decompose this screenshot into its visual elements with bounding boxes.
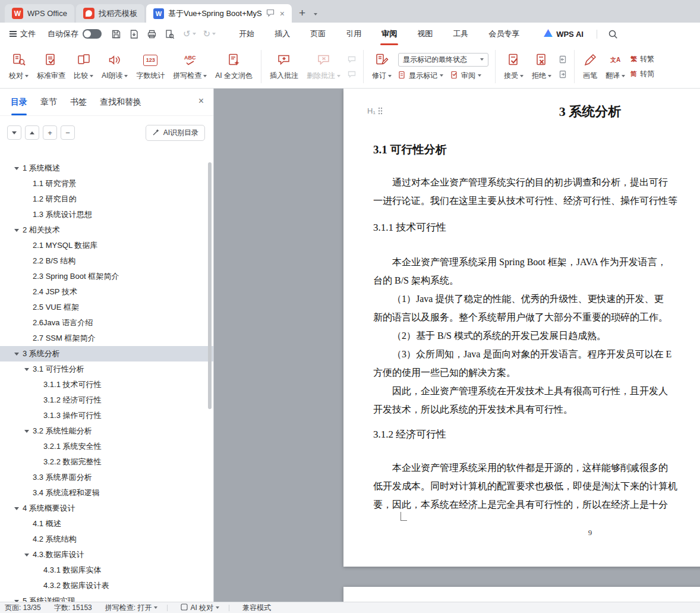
tab-document[interactable]: W 基于Vue+Spring Boot+MyS × (146, 4, 292, 23)
insert-comment-button[interactable]: 插入批注 (266, 48, 302, 85)
toc-item[interactable]: 2.5 VUE 框架 (0, 300, 213, 315)
collapse-icon[interactable] (14, 167, 19, 170)
redo-dropdown-icon[interactable] (212, 33, 216, 35)
spell-check-button[interactable]: ABC 拼写检查 (169, 48, 211, 85)
toc-item[interactable]: 3.2.1 系统安全性 (0, 439, 213, 454)
save-button[interactable] (111, 29, 121, 39)
toc-item[interactable]: 4.3.数据库设计 (0, 547, 213, 562)
word-count-indicator[interactable]: 字数: 15153 (54, 603, 92, 613)
ai-polish-button[interactable]: AI 全文润色 (211, 48, 257, 85)
toc-item[interactable]: 5 系统详细实现 (0, 593, 213, 602)
ai-read-aloud-button[interactable]: AI朗读 (97, 48, 132, 85)
toc-item[interactable]: 2.4 JSP 技术 (0, 284, 213, 300)
next-change-icon[interactable] (557, 69, 569, 80)
word-count-button[interactable]: 123 字数统计 (132, 48, 169, 85)
collapse-icon[interactable] (14, 507, 19, 510)
tab-wps-home[interactable]: W WPS Office (5, 4, 74, 23)
toc-item[interactable]: 3.1.1 技术可行性 (0, 377, 213, 392)
autosave-toggle[interactable] (83, 29, 102, 39)
accept-change-button[interactable]: 接受 (500, 48, 528, 85)
ink-brush-button[interactable]: 画笔 (579, 48, 601, 85)
tab-docer-templates[interactable]: 找稻壳模板 (76, 4, 144, 23)
toc-item[interactable]: 1.2 研究目的 (0, 191, 213, 207)
file-menu-button[interactable]: 文件 (10, 29, 36, 39)
print-preview-button[interactable] (165, 29, 175, 39)
toc-item[interactable]: 3.1 可行性分析 (0, 361, 213, 377)
toc-item[interactable]: 1.1 研究背景 (0, 176, 213, 191)
tab-review[interactable]: 审阅 (371, 23, 407, 45)
tab-membership[interactable]: 会员专享 (478, 23, 529, 45)
ai-recognize-toc-button[interactable]: AI识别目录 (146, 125, 205, 141)
collapse-icon[interactable] (24, 554, 29, 557)
tab-home[interactable]: 开始 (229, 23, 264, 45)
toc-item[interactable]: 3.1.3 操作可行性 (0, 408, 213, 423)
sidebar-tab-find-replace[interactable]: 查找和替换 (100, 97, 141, 108)
collapse-icon[interactable] (24, 430, 29, 433)
toc-item[interactable]: 2.1 MYSQL 数据库 (0, 238, 213, 253)
toc-item[interactable]: 3.2.2 数据完整性 (0, 454, 213, 470)
markup-state-select[interactable]: 显示标记的最终状态 (398, 53, 488, 67)
toc-item[interactable]: 1.3 系统设计思想 (0, 207, 213, 222)
toc-item[interactable]: 2.6Java 语言介绍 (0, 315, 213, 331)
toc-item[interactable]: 1 系统概述 (0, 161, 213, 176)
undo-dropdown-icon[interactable] (193, 33, 196, 35)
close-tab-icon[interactable]: × (280, 9, 285, 18)
to-traditional-button[interactable]: 繁 转繁 (630, 54, 654, 64)
toc-item[interactable]: 2 相关技术 (0, 222, 213, 238)
toc-item[interactable]: 4.1 概述 (0, 516, 213, 532)
toc-item[interactable]: 2.3 Spring Boot 框架简介 (0, 269, 213, 284)
expand-all-button[interactable] (25, 125, 39, 140)
reject-change-button[interactable]: 拒绝 (528, 48, 556, 85)
redo-button[interactable]: ↻ (203, 29, 211, 39)
chinese-conversion-group: 繁 转繁 简 转简 (630, 54, 654, 79)
tab-insert[interactable]: 插入 (264, 23, 300, 45)
wps-ai-button[interactable]: WPS AI (544, 29, 584, 39)
new-tab-button[interactable]: + (299, 7, 305, 18)
tab-view[interactable]: 视图 (407, 23, 443, 45)
to-simplified-button[interactable]: 简 转简 (630, 69, 654, 79)
tab-list-chevron-icon[interactable] (314, 13, 317, 15)
compare-button[interactable]: 比较 (70, 48, 97, 85)
chapter-title: 3 系统分析 (373, 103, 700, 121)
zoom-out-button[interactable]: − (61, 125, 75, 140)
tab-page[interactable]: 页面 (300, 23, 336, 45)
tab-tools[interactable]: 工具 (443, 23, 478, 45)
compatibility-mode-badge[interactable]: 兼容模式 (242, 603, 271, 613)
review-options-button[interactable]: 审阅 (450, 71, 481, 81)
proofread-button[interactable]: 校对 (5, 48, 33, 85)
export-button[interactable] (129, 29, 139, 39)
undo-button[interactable]: ↺ (183, 29, 191, 39)
ai-proofread-status[interactable]: AI 校对 (181, 603, 219, 613)
sidebar-tab-contents[interactable]: 目录 (11, 97, 27, 108)
toc-item[interactable]: 3.3 系统界面分析 (0, 470, 213, 485)
toc-item[interactable]: 4.3.1 数据库实体 (0, 562, 213, 578)
toc-item-label: 1.3 系统设计思想 (33, 209, 92, 220)
standard-review-button[interactable]: 标准审查 (33, 48, 70, 85)
print-button[interactable] (147, 29, 157, 39)
sidebar-close-icon[interactable]: × (198, 96, 204, 106)
sidebar-tab-chapters[interactable]: 章节 (40, 97, 57, 108)
search-icon[interactable] (608, 29, 618, 39)
spellcheck-status[interactable]: 拼写检查: 打开 (105, 603, 158, 613)
sidebar-scrollbar[interactable] (208, 162, 212, 409)
collapse-icon[interactable] (14, 353, 19, 356)
toc-item[interactable]: 4.3.2 数据库设计表 (0, 578, 213, 593)
toc-item-selected[interactable]: 3 系统分析 (0, 346, 213, 361)
toc-item[interactable]: 4 系统概要设计 (0, 501, 213, 516)
sidebar-tab-bookmarks[interactable]: 书签 (70, 97, 87, 108)
translate-button[interactable]: 文A 翻译 (601, 48, 629, 85)
collapse-icon[interactable] (14, 229, 19, 232)
collapse-all-button[interactable] (7, 125, 21, 140)
toc-item[interactable]: 3.4 系统流程和逻辑 (0, 485, 213, 501)
toc-item[interactable]: 2.2 B/S 结构 (0, 253, 213, 269)
collapse-icon[interactable] (24, 368, 29, 371)
toc-item[interactable]: 4.2 系统结构 (0, 532, 213, 547)
previous-change-icon[interactable] (557, 54, 569, 65)
tab-reference[interactable]: 引用 (336, 23, 371, 45)
toc-item[interactable]: 3.2 系统性能分析 (0, 423, 213, 439)
zoom-in-button[interactable]: + (43, 125, 57, 140)
toc-item[interactable]: 3.1.2 经济可行性 (0, 392, 213, 408)
show-markup-button[interactable]: 显示标记 (398, 71, 443, 81)
toc-item[interactable]: 2.7 SSM 框架简介 (0, 331, 213, 346)
track-changes-button[interactable]: 修订 (368, 48, 396, 85)
